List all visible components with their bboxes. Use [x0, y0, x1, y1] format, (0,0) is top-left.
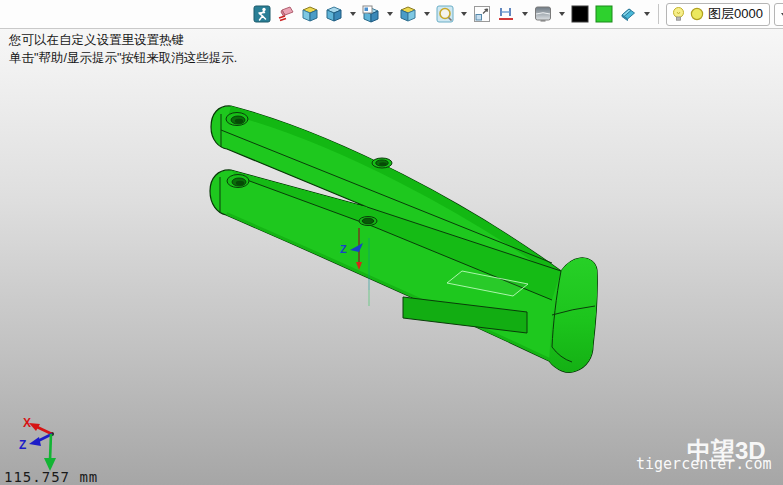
eraser-icon — [277, 5, 295, 23]
view-cube-button[interactable] — [324, 4, 344, 24]
display-mode-dropdown[interactable] — [557, 4, 566, 24]
erase-blank-button[interactable] — [618, 4, 638, 24]
hole-lower-boss — [227, 175, 249, 188]
datum-z-label: Z — [340, 243, 347, 255]
layer-combo-box[interactable]: 图层0000 — [666, 3, 770, 26]
3d-viewport[interactable]: 您可以在自定义设置里设置热键 单击"帮助/显示提示"按钮来取消这些提示. — [0, 28, 783, 485]
eraser-button[interactable] — [276, 4, 296, 24]
hole-middle — [372, 158, 392, 168]
toolbar-buttons: 图层0000 — [252, 2, 770, 26]
erase-blank-dropdown[interactable] — [642, 4, 651, 24]
layer-color-icon — [690, 7, 704, 21]
layer-name: 图层0000 — [708, 5, 763, 23]
view-cube-dropdown[interactable] — [348, 4, 357, 24]
black-color-swatch[interactable] — [570, 4, 590, 24]
zoom-dropdown[interactable] — [459, 4, 468, 24]
coordinate-readout: 115.757 mm — [4, 469, 98, 485]
display-mode-button[interactable] — [533, 4, 553, 24]
zw3d-app-window: { "toolbar": { "layer_label": "图层0000", … — [0, 0, 783, 485]
watermark-site: tigercenter.com — [636, 455, 771, 473]
zoom-icon — [436, 5, 454, 23]
dimension-button[interactable] — [496, 4, 516, 24]
bulb-icon — [671, 6, 686, 23]
zoom-window-icon — [473, 5, 491, 23]
view-face-dropdown[interactable] — [422, 4, 431, 24]
view-layout-icon — [362, 5, 380, 23]
hole-upper-boss — [226, 113, 248, 126]
view-face-button[interactable] — [398, 4, 418, 24]
view-face-icon — [399, 5, 417, 23]
display-mode-icon — [534, 5, 552, 23]
axis-triad: X Z — [19, 416, 56, 471]
green-swatch-icon — [595, 5, 613, 23]
zoom-button[interactable] — [435, 4, 455, 24]
erase-blank-icon — [619, 5, 637, 23]
triad-x-label: X — [23, 416, 31, 430]
exit-icon — [253, 5, 271, 23]
dimension-icon — [497, 5, 515, 23]
view-layout-dropdown[interactable] — [385, 4, 394, 24]
view-toolbar: 图层0000 — [0, 0, 783, 29]
black-swatch-icon — [571, 5, 589, 23]
view-cube-icon — [325, 5, 343, 23]
triad-z-label: Z — [19, 438, 26, 452]
zoom-window-button[interactable] — [472, 4, 492, 24]
view-layout-button[interactable] — [361, 4, 381, 24]
dimension-dropdown[interactable] — [520, 4, 529, 24]
toolbar-separator — [658, 4, 659, 24]
triad-z-arrow — [29, 437, 41, 446]
clipped-combo-box[interactable] — [774, 3, 783, 26]
hole-datum — [359, 217, 377, 226]
model-part[interactable] — [210, 106, 597, 372]
view-iso-icon — [301, 5, 319, 23]
green-color-swatch[interactable] — [594, 4, 614, 24]
scene-canvas: Z X Z — [0, 0, 783, 485]
view-iso-button[interactable] — [300, 4, 320, 24]
exit-button[interactable] — [252, 4, 272, 24]
clipped-combo-dropdown[interactable] — [779, 5, 783, 25]
